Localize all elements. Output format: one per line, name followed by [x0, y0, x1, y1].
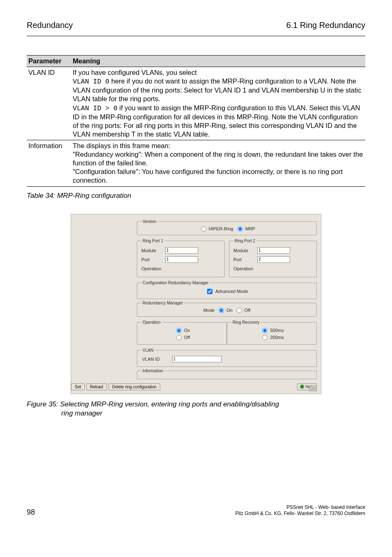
- rm-on-radio[interactable]: [219, 308, 224, 313]
- page-number: 98: [27, 508, 35, 517]
- reload-button[interactable]: Reload: [86, 383, 107, 390]
- mrp-radio[interactable]: [238, 226, 243, 232]
- rm-off-radio[interactable]: [237, 308, 242, 313]
- footer-line1: PSSnet SHL - Web- based Interface: [286, 504, 365, 510]
- rp1-port-input[interactable]: [165, 256, 198, 263]
- help-icon: [300, 385, 304, 389]
- th-parameter: Parameter: [27, 56, 71, 67]
- caption-line2: ring manager: [27, 409, 365, 418]
- operation-label: Operation: [141, 266, 165, 271]
- version-legend: Version: [141, 219, 157, 224]
- figure-caption: Figure 35: Selecting MRP-Ring version, e…: [27, 400, 365, 418]
- operation-label: Operation: [233, 266, 257, 271]
- op-off-label: Off: [184, 335, 190, 340]
- rr-500-label: 500ms: [270, 328, 284, 333]
- information-legend: Information: [141, 369, 164, 373]
- vlan-id-label: VLAN ID: [142, 357, 160, 362]
- ring-port-2-group: Ring Port 2 Module Port Operation: [229, 239, 317, 277]
- mrp-label: MRP: [245, 226, 255, 231]
- param-name: VLAN ID: [27, 67, 71, 140]
- hiper-ring-radio[interactable]: [201, 226, 206, 232]
- delete-ring-config-button[interactable]: Delete ring configuration: [108, 383, 160, 390]
- text: here if you do not want to assign the MR…: [73, 77, 362, 102]
- table-row: VLAN ID If you have configured VLANs, yo…: [27, 67, 365, 140]
- header-right: 6.1 Ring Redundancy: [286, 21, 365, 30]
- redundancy-manager-group: Redundancy Manager Mode On Off: [137, 301, 317, 317]
- rm-off-label: Off: [244, 308, 250, 313]
- operation-group: Operation On Off: [137, 320, 227, 345]
- op-on-label: On: [184, 328, 190, 333]
- footer-text: PSSnet SHL - Web- based Interface Pilz G…: [235, 504, 365, 517]
- set-button[interactable]: Set: [71, 383, 85, 390]
- rr-200-label: 200ms: [270, 335, 284, 340]
- rp2-module-input[interactable]: [257, 247, 290, 254]
- ring-port-1-legend: Ring Port 1: [141, 239, 164, 243]
- rp2-port-input[interactable]: [257, 256, 290, 263]
- text: If you have configured VLANs, you select: [73, 69, 197, 76]
- operation-legend: Operation: [141, 320, 162, 325]
- recovery-legend: Ring Recovery: [231, 320, 261, 325]
- param-name: Information: [27, 140, 71, 186]
- crm-legend: Configuration Redundancy Manager: [141, 281, 210, 285]
- hiper-ring-label: HIPER-Ring: [209, 226, 233, 231]
- vlan-id-input[interactable]: [172, 356, 221, 362]
- code-text: VLAN ID > 0: [73, 104, 118, 112]
- mode-label: Mode: [203, 308, 215, 313]
- op-on-radio[interactable]: [176, 328, 182, 333]
- page-footer: 98 PSSnet SHL - Web- based Interface Pil…: [27, 504, 365, 517]
- resize-handle-icon: ▫▫: [309, 385, 317, 391]
- page-header: Redundancy 6.1 Ring Redundancy: [27, 21, 365, 30]
- table-row: Information The displays in this frame m…: [27, 140, 365, 186]
- port-label: Port: [141, 257, 165, 262]
- param-meaning: If you have configured VLANs, you select…: [71, 67, 365, 140]
- header-rule: [27, 36, 365, 36]
- rr-200-radio[interactable]: [262, 335, 267, 340]
- ring-port-1-group: Ring Port 1 Module Port Operation: [137, 239, 225, 277]
- table-caption: Table 34: MRP-Ring configuration: [27, 192, 365, 200]
- port-label: Port: [233, 257, 257, 262]
- vlan-legend: VLAN: [141, 348, 154, 353]
- footer-line2: Pilz GmbH & Co. KG, Felix- Wankel Str. 2…: [235, 511, 365, 516]
- version-group: Version HIPER-Ring MRP: [137, 219, 317, 235]
- module-label: Module: [233, 248, 257, 253]
- ring-port-2-legend: Ring Port 2: [233, 239, 256, 243]
- config-screenshot: Version HIPER-Ring MRP Ring Port 1 Modul…: [71, 214, 321, 394]
- advanced-mode-label: Advanced Mode: [215, 289, 248, 294]
- rm-on-label: On: [226, 308, 233, 313]
- module-label: Module: [141, 248, 165, 253]
- vlan-group: VLAN VLAN ID: [137, 348, 317, 367]
- param-meaning: The displays in this frame mean: "Redund…: [71, 140, 365, 186]
- crm-group: Configuration Redundancy Manager Advance…: [137, 281, 317, 299]
- rm-legend: Redundancy Manager: [141, 301, 184, 305]
- header-left: Redundancy: [27, 21, 73, 30]
- rp1-module-input[interactable]: [165, 247, 198, 254]
- ring-recovery-group: Ring Recovery 500ms 200ms: [227, 320, 317, 345]
- information-group: Information: [137, 369, 317, 379]
- code-text: VLAN ID 0: [73, 78, 109, 86]
- caption-line1: Figure 35: Selecting MRP-Ring version, e…: [27, 400, 279, 408]
- advanced-mode-checkbox[interactable]: [207, 289, 212, 294]
- parameter-table: Parameter Meaning VLAN ID If you have co…: [27, 55, 365, 187]
- th-meaning: Meaning: [71, 56, 365, 67]
- op-off-radio[interactable]: [176, 335, 182, 340]
- rr-500-radio[interactable]: [262, 328, 267, 333]
